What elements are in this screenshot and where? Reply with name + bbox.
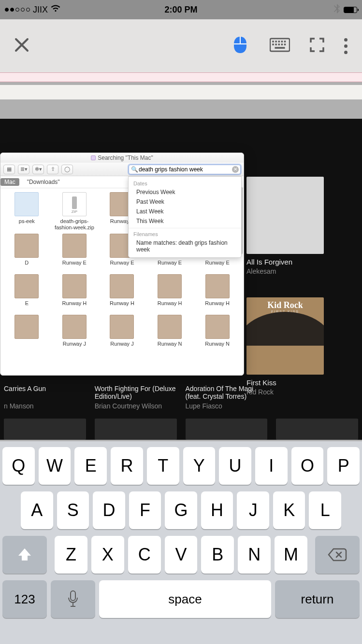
album-tile[interactable] — [276, 385, 358, 410]
file-item[interactable]: E — [3, 274, 50, 312]
finder-search-input[interactable] — [129, 165, 241, 174]
numbers-key[interactable]: 123 — [2, 580, 47, 618]
finder-titlebar[interactable]: Searching "This Mac" — [0, 153, 244, 163]
album-tile[interactable]: All Is Forgiven Alekesam — [246, 177, 324, 275]
backspace-key[interactable] — [315, 536, 360, 574]
key-n[interactable]: N — [238, 536, 271, 574]
status-right — [334, 4, 357, 16]
file-item[interactable]: Runway H — [51, 274, 98, 312]
key-s[interactable]: S — [57, 491, 89, 529]
file-item[interactable]: Runway H — [146, 274, 193, 312]
key-a[interactable]: A — [21, 491, 53, 529]
album-tile[interactable]: Worth Fighting For (Deluxe Edition/Live)… — [95, 385, 177, 410]
clear-search-button[interactable]: ✕ — [232, 166, 239, 173]
album-thumb[interactable] — [95, 419, 177, 440]
suggestion-filename-match[interactable]: Name matches: death grips fashion week — [129, 238, 241, 254]
share-button[interactable]: ⇧ — [47, 165, 58, 174]
tags-button[interactable]: ◯ — [61, 165, 73, 174]
suggestion-date-item[interactable]: Past Week — [129, 197, 241, 207]
album-tile[interactable]: Carries A Gun n Manson — [4, 385, 86, 410]
key-p[interactable]: P — [327, 447, 360, 485]
key-o[interactable]: O — [291, 447, 324, 485]
close-button[interactable] — [14, 36, 29, 56]
file-item[interactable]: Runway N — [146, 315, 193, 352]
file-name: Runway N — [146, 341, 193, 352]
mouse-mode-button[interactable] — [230, 35, 250, 57]
image-file-icon — [14, 274, 39, 298]
action-button[interactable]: ✻▾ — [32, 165, 44, 174]
key-q[interactable]: Q — [2, 447, 35, 485]
image-file-icon — [14, 315, 39, 339]
remote-screen[interactable]: All Is Forgiven Alekesam Kid Rock FIRST … — [0, 119, 362, 440]
file-item[interactable]: ps-eek — [3, 192, 50, 231]
arrange-button[interactable]: ≣▾ — [18, 165, 29, 174]
album-row: Carries A Gun n Manson Worth Fighting Fo… — [0, 385, 362, 410]
view-mode-button[interactable]: ▦ — [3, 165, 15, 174]
key-v[interactable]: V — [165, 536, 198, 574]
dictation-key[interactable] — [51, 580, 95, 618]
key-c[interactable]: C — [128, 536, 161, 574]
suggestion-date-item[interactable]: Previous Week — [129, 187, 241, 197]
svg-rect-6 — [281, 41, 283, 42]
file-name: Runway J — [51, 341, 98, 352]
key-m[interactable]: M — [275, 536, 307, 574]
key-e[interactable]: E — [74, 447, 107, 485]
file-item[interactable]: Runway J — [99, 315, 145, 352]
album-thumb[interactable] — [4, 419, 86, 440]
key-t[interactable]: T — [147, 447, 179, 485]
file-item[interactable]: D — [3, 234, 50, 271]
key-x[interactable]: X — [91, 536, 124, 574]
file-item[interactable]: Runway H — [194, 274, 241, 312]
album-tile[interactable]: Kid Rock FIRST KISS First Kiss Kid Rock — [246, 297, 324, 396]
suggestion-date-item[interactable]: This Week — [129, 216, 241, 226]
album-thumb[interactable] — [186, 419, 268, 440]
album-thumb[interactable] — [276, 419, 358, 440]
album-tile[interactable]: Adoration Of The Magi (feat. Crystal Tor… — [186, 385, 268, 410]
file-item[interactable] — [3, 315, 50, 352]
scope-downloads[interactable]: "Downloads" — [27, 179, 60, 185]
key-u[interactable]: U — [219, 447, 251, 485]
image-file-icon — [14, 234, 39, 258]
svg-rect-14 — [71, 591, 75, 601]
file-item[interactable]: Runway E — [51, 234, 98, 271]
shift-key[interactable] — [2, 536, 47, 574]
app-toolbar — [0, 19, 362, 72]
key-j[interactable]: J — [237, 491, 269, 529]
key-w[interactable]: W — [39, 447, 71, 485]
scope-this-mac[interactable]: Mac — [0, 178, 19, 186]
keyboard-button[interactable] — [270, 38, 290, 54]
key-d[interactable]: D — [93, 491, 125, 529]
suggestions-section-label: Filenames — [129, 230, 241, 238]
file-item[interactable]: Runway N — [194, 315, 241, 352]
key-r[interactable]: R — [111, 447, 143, 485]
wifi-icon — [51, 5, 60, 15]
svg-rect-12 — [284, 43, 286, 45]
key-z[interactable]: Z — [55, 536, 87, 574]
svg-rect-10 — [278, 43, 280, 45]
file-item[interactable]: Runway J — [51, 315, 98, 352]
key-y[interactable]: Y — [183, 447, 216, 485]
svg-rect-3 — [272, 41, 274, 42]
file-item[interactable]: Runway H — [99, 274, 145, 312]
key-l[interactable]: L — [309, 491, 341, 529]
key-k[interactable]: K — [273, 491, 305, 529]
key-f[interactable]: F — [129, 491, 161, 529]
file-name: Runway E — [194, 260, 241, 271]
key-i[interactable]: I — [255, 447, 288, 485]
key-h[interactable]: H — [201, 491, 233, 529]
svg-rect-11 — [281, 43, 283, 45]
file-name: Runway H — [51, 300, 98, 312]
more-menu-button[interactable] — [344, 38, 348, 54]
space-key[interactable]: space — [99, 580, 271, 618]
svg-rect-8 — [272, 43, 274, 45]
return-key[interactable]: return — [275, 580, 360, 618]
suggestion-date-item[interactable]: Last Week — [129, 207, 241, 216]
fullscreen-button[interactable] — [309, 37, 325, 55]
image-file-icon — [62, 315, 87, 339]
album-title: Worth Fighting For (Deluxe Edition/Live) — [95, 385, 177, 401]
file-item[interactable]: death-grips-fashion-week.zip — [51, 192, 98, 231]
image-file-icon — [205, 315, 230, 339]
key-b[interactable]: B — [201, 536, 234, 574]
finder-window[interactable]: Searching "This Mac" ▦ ≣▾ ✻▾ ⇧ ◯ 🔍 ✕ Mac… — [0, 153, 244, 376]
key-g[interactable]: G — [165, 491, 197, 529]
